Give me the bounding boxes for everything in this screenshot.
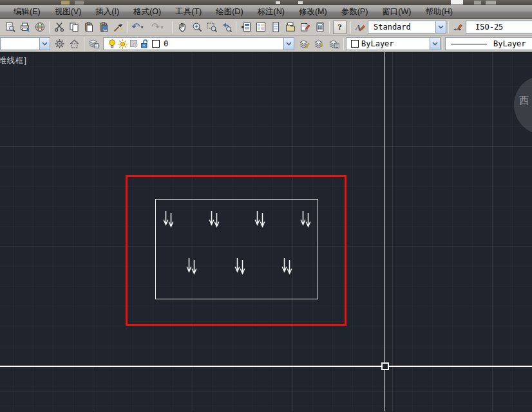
chevron-down-icon[interactable]	[430, 38, 440, 50]
doc-preview-button[interactable]	[3, 20, 17, 35]
layer-states-icon	[328, 38, 339, 50]
quick-calc-icon	[314, 21, 326, 33]
text-style-combo[interactable]: Standard	[368, 21, 446, 33]
redo-dropdown-arrow-icon[interactable]: ▾	[160, 24, 163, 30]
layer-on-bulb-icon[interactable]	[106, 38, 117, 50]
redo-button[interactable]: ↷▾	[150, 20, 170, 35]
titlebar-fragment	[61, 1, 70, 5]
make-layer-current-button[interactable]	[297, 37, 312, 52]
layer-unlock-icon[interactable]	[139, 38, 150, 50]
workspace-settings-button[interactable]	[52, 37, 67, 52]
down-arrow-symbol[interactable]	[186, 258, 197, 277]
zoom-previous-icon	[221, 21, 233, 33]
toolbar-separator	[49, 21, 50, 33]
color-combo[interactable]: ByLayer	[346, 37, 441, 50]
redo-icon: ↷	[151, 21, 160, 33]
house-icon	[69, 38, 80, 50]
linetype-sample-line	[451, 44, 487, 44]
linetype-combo[interactable]: ByLayer	[445, 37, 532, 50]
layer-states-button[interactable]	[327, 37, 341, 52]
menu-item-2[interactable]: 插入(I)	[88, 5, 126, 19]
paste-button[interactable]	[81, 20, 96, 35]
down-arrow-symbol[interactable]	[234, 258, 245, 277]
menu-item-5[interactable]: 绘图(D)	[209, 5, 250, 19]
layer-vp-freeze-icon[interactable]	[128, 38, 139, 50]
titlebar-fragment	[451, 0, 463, 5]
copy-button[interactable]	[66, 20, 81, 35]
layers-manager-icon	[88, 38, 99, 50]
design-center-button[interactable]	[253, 20, 268, 35]
menu-item-8[interactable]: 参数(P)	[334, 5, 375, 19]
titlebar-fragment	[298, 1, 303, 4]
dim-style-combo[interactable]: ISO-25	[466, 21, 532, 33]
menu-item-4[interactable]: 工具(T)	[168, 5, 209, 19]
help-button[interactable]: ?	[333, 21, 347, 34]
sheet-set-manager-button[interactable]	[283, 20, 298, 35]
workspace-combo[interactable]	[0, 37, 50, 50]
markup-set-manager-button[interactable]	[298, 20, 312, 35]
menu-item-0[interactable]: 编辑(E)	[6, 5, 48, 19]
crosshair-vertical	[385, 52, 385, 411]
cut-button[interactable]	[52, 20, 66, 35]
toolbar-separator	[343, 38, 344, 50]
chevron-down-icon[interactable]	[39, 38, 50, 50]
layer-thaw-sun-icon[interactable]	[117, 38, 128, 50]
paste-icon	[83, 21, 95, 33]
undo-dropdown-arrow-icon[interactable]: ▾	[140, 24, 143, 30]
cut-icon	[53, 21, 65, 33]
print-icon	[19, 21, 31, 33]
dim-style-button[interactable]	[451, 20, 466, 35]
menu-item-3[interactable]: 格式(O)	[126, 5, 168, 19]
properties-palette-button[interactable]	[238, 20, 253, 35]
menu-item-10[interactable]: 帮助(H)	[418, 5, 459, 19]
print-button[interactable]	[17, 20, 32, 35]
down-arrow-symbol[interactable]	[163, 211, 174, 230]
color-value: ByLayer	[360, 39, 394, 48]
menu-item-6[interactable]: 标注(N)	[251, 5, 292, 19]
drawing-rectangle-white[interactable]	[155, 199, 318, 299]
zoom-window-button[interactable]	[204, 20, 219, 35]
titlebar-fragment	[276, 1, 280, 4]
tool-palettes-button[interactable]	[268, 20, 283, 35]
text-style-button[interactable]: A	[353, 20, 368, 35]
text-style-icon: A	[355, 21, 366, 33]
grid-major-line	[0, 391, 532, 391]
publish-icon	[34, 21, 46, 33]
titlebar-strip	[0, 0, 532, 5]
copy-icon	[68, 21, 80, 33]
viewport-style-label: 维线框]	[0, 55, 27, 66]
toolbar-separator	[236, 21, 236, 33]
toolbar-separator	[350, 21, 351, 33]
down-arrow-symbol[interactable]	[209, 211, 220, 230]
chevron-down-icon[interactable]	[283, 38, 294, 50]
layer-combo[interactable]: 0	[103, 37, 294, 50]
layer-previous-button[interactable]	[312, 37, 327, 52]
down-arrow-symbol[interactable]	[254, 211, 265, 230]
menu-item-9[interactable]: 窗口(W)	[375, 5, 418, 19]
menu-item-1[interactable]: 视图(V)	[48, 5, 89, 19]
publish-button[interactable]	[32, 20, 47, 35]
match-properties-button[interactable]	[111, 20, 126, 35]
undo-button[interactable]: ↶▾	[130, 20, 150, 35]
pan-button[interactable]	[175, 20, 189, 35]
toolbar-separator	[448, 21, 449, 33]
layer-properties-button[interactable]	[86, 37, 101, 52]
annotation-scale-button[interactable]	[67, 37, 82, 52]
down-arrow-symbol[interactable]	[300, 211, 311, 230]
drawing-canvas[interactable]: 维线框] 西	[0, 52, 532, 411]
paste-special-button[interactable]	[96, 20, 111, 35]
gear-icon	[54, 38, 65, 50]
quick-calc-button[interactable]	[312, 20, 327, 35]
zoom-window-icon	[206, 21, 218, 33]
make-layer-current-icon	[299, 38, 310, 50]
menu-item-7[interactable]: 修改(M)	[292, 5, 334, 19]
down-arrow-symbol[interactable]	[281, 258, 292, 277]
pickbox-cursor	[381, 362, 389, 370]
pan-icon	[176, 21, 188, 33]
doc-preview-icon	[5, 21, 16, 33]
dim-style-value: ISO-25	[466, 23, 503, 32]
toolbar-separator	[128, 21, 128, 33]
chevron-down-icon[interactable]	[435, 21, 446, 33]
zoom-previous-button[interactable]	[219, 20, 234, 35]
zoom-realtime-button[interactable]	[189, 20, 204, 35]
